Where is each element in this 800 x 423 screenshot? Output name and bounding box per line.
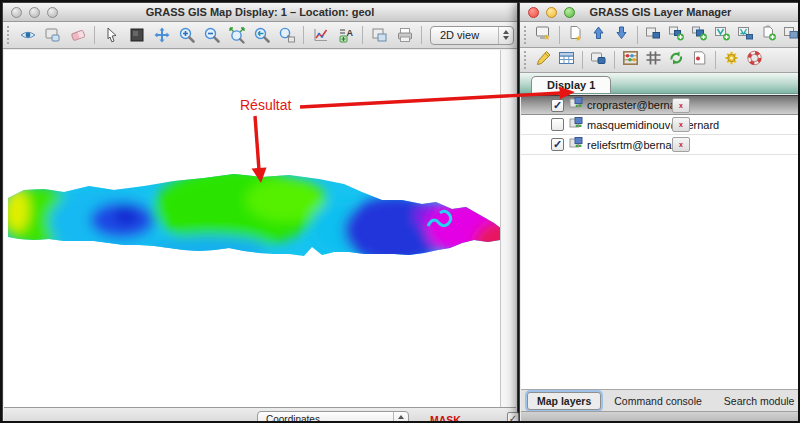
minimize-button[interactable]: [546, 7, 557, 18]
minimize-button[interactable]: [29, 7, 40, 18]
map-canvas[interactable]: [4, 50, 502, 409]
tab-map-layers[interactable]: Map layers: [527, 392, 601, 410]
add-vector-misc-icon: [737, 25, 754, 45]
chart-icon: [312, 26, 330, 44]
save-display-button[interactable]: [367, 24, 392, 47]
layer-manager-window: GRASS GIS Layer Manager ★ ★: [519, 2, 800, 423]
edit-button[interactable]: [532, 50, 555, 71]
popup-stepper-icon: [498, 27, 513, 44]
add-raster-button[interactable]: [642, 24, 665, 45]
layer-row-masquemidinouv[interactable]: masquemidinouv@bernard x: [521, 115, 800, 135]
map-statusbar: Coordinates MASK ✓: [4, 407, 516, 423]
georectify-button[interactable]: [688, 50, 711, 71]
toolbar-grip: [524, 26, 529, 44]
raster-calculator-button[interactable]: [619, 50, 642, 71]
help-button[interactable]: [743, 50, 766, 71]
zoom-options-button[interactable]: [274, 24, 299, 47]
query-raster-button[interactable]: [124, 24, 149, 47]
layer-row-cropraster[interactable]: ✓ cropraster@bernard x: [521, 95, 800, 115]
lm-titlebar[interactable]: GRASS GIS Layer Manager: [520, 3, 800, 22]
new-workspace-button[interactable]: ★: [564, 24, 587, 45]
open-workspace-button[interactable]: [587, 24, 610, 45]
show-display-button[interactable]: [15, 24, 40, 47]
layer-options-button[interactable]: x: [672, 98, 690, 113]
toolbar-grip: [524, 51, 529, 69]
print-display-button[interactable]: [392, 24, 417, 47]
view-mode-popup[interactable]: 2D view: [430, 26, 514, 45]
toolbar-separator: [94, 26, 95, 44]
desktop: GRASS GIS Map Display: 1 – Location: geo…: [0, 0, 800, 423]
tab-display-1[interactable]: Display 1: [531, 76, 611, 93]
attribute-table-button[interactable]: [555, 50, 578, 71]
lm-toolbar-row2: [520, 48, 800, 73]
toolbar-separator: [303, 26, 304, 44]
zoom-back-button[interactable]: [249, 24, 274, 47]
popup-stepper-icon: [393, 412, 408, 423]
layer-checkbox[interactable]: ✓: [551, 138, 564, 151]
close-button[interactable]: [528, 7, 539, 18]
lifering-icon: [746, 50, 763, 70]
toolbar-separator: [637, 26, 638, 44]
window-controls: [528, 7, 575, 18]
layer-options-button[interactable]: x: [672, 137, 690, 152]
add-command-icon: [760, 25, 777, 45]
statusbar-mode-popup[interactable]: Coordinates: [257, 411, 409, 423]
layer-row-reliefsrtm[interactable]: ✓ reliefsrtm@bernard x: [521, 135, 800, 155]
add-command-button[interactable]: [757, 24, 780, 45]
raster-map-cropraster: [4, 50, 502, 409]
pointer-button[interactable]: [99, 24, 124, 47]
printer-icon: [396, 26, 414, 44]
pan-button[interactable]: [149, 24, 174, 47]
zoom-extent-button[interactable]: [224, 24, 249, 47]
add-vector-misc-button[interactable]: [734, 24, 757, 45]
page-star-icon: ★: [567, 25, 584, 45]
layer-checkbox[interactable]: [551, 118, 564, 131]
map-titlebar[interactable]: GRASS GIS Map Display: 1 – Location: geo…: [3, 3, 517, 22]
layer-name: cropraster@bernard: [587, 99, 686, 111]
map-window-title: GRASS GIS Map Display: 1 – Location: geo…: [146, 6, 375, 18]
graphical-modeler-button[interactable]: [642, 50, 665, 71]
close-button[interactable]: [11, 7, 22, 18]
analyze-button[interactable]: [308, 24, 333, 47]
toolbar-separator: [715, 51, 716, 69]
zoom-button[interactable]: [564, 7, 575, 18]
save-workspace-button[interactable]: [610, 24, 633, 45]
statusbar-checkbox[interactable]: ✓: [507, 412, 519, 423]
raster-layer-icon: [569, 136, 583, 154]
layer-name: masquemidinouv@bernard: [587, 119, 719, 131]
lm-toolbar-row1: ★ ★: [520, 22, 800, 48]
zoom-in-button[interactable]: [174, 24, 199, 47]
window-controls: [11, 7, 58, 18]
settings-button[interactable]: [720, 50, 743, 71]
render-map-button[interactable]: [587, 50, 610, 71]
eye-icon: [19, 26, 37, 44]
script-button[interactable]: [665, 50, 688, 71]
render-display-button[interactable]: [40, 24, 65, 47]
zoom-options-icon: [278, 26, 296, 44]
layer-options-button[interactable]: x: [672, 117, 690, 132]
vertical-scrollbar[interactable]: [500, 50, 516, 409]
eraser-icon: [69, 26, 87, 44]
add-overlay-button[interactable]: A: [333, 24, 358, 47]
toolbar-grip: [7, 26, 12, 44]
new-display-button[interactable]: ★: [532, 24, 555, 45]
add-group-icon: [783, 25, 800, 45]
tab-search-module[interactable]: Search module: [715, 393, 800, 409]
erase-display-button[interactable]: [65, 24, 90, 47]
add-group-button[interactable]: [780, 24, 800, 45]
add-raster-misc-button[interactable]: [665, 24, 688, 45]
recycle-arrows-icon: [668, 50, 685, 70]
add-raster-3d-button[interactable]: [688, 24, 711, 45]
tab-command-console[interactable]: Command console: [605, 393, 711, 409]
page-dot-icon: [691, 50, 708, 70]
toolbar-separator: [614, 51, 615, 69]
layer-checkbox[interactable]: ✓: [551, 99, 564, 112]
layer-name: reliefsrtm@bernard: [587, 139, 681, 151]
toolbar-separator: [559, 26, 560, 44]
statusbar-mode-label: Coordinates: [258, 414, 393, 423]
add-vector-button[interactable]: [711, 24, 734, 45]
grid-icon: [645, 50, 662, 70]
zoom-button[interactable]: [47, 7, 58, 18]
toolbar-separator: [362, 26, 363, 44]
zoom-out-button[interactable]: [199, 24, 224, 47]
